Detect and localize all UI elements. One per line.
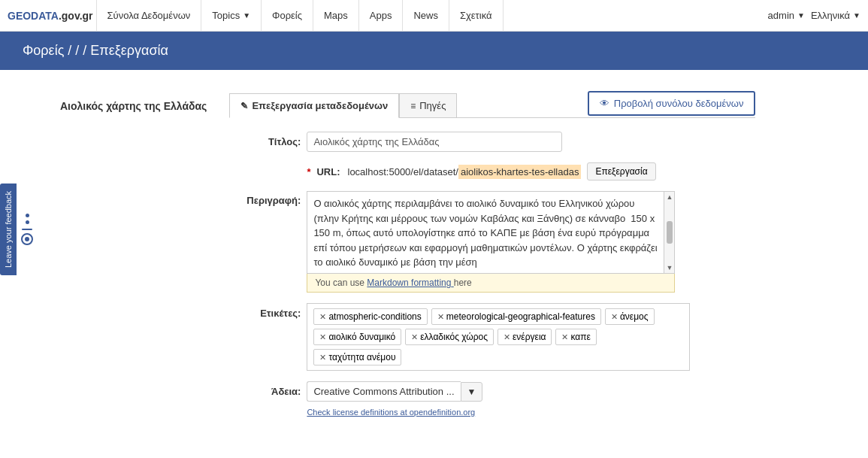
desc-field-group: Περιγραφή: ▲ ▼ You can use M [229,191,755,293]
page-title: Φορείς / / / Επεξεργασία [23,43,168,58]
tags-container: ✕ atmospheric-conditions ✕ meteorologica… [307,303,690,371]
nav-item-topics[interactable]: Topics ▼ [201,0,262,32]
topics-arrow-icon: ▼ [243,11,250,20]
admin-arrow-icon: ▼ [797,11,805,20]
dropdown-arrow-icon: ▼ [467,387,476,397]
edit-icon: ✎ [240,101,248,111]
url-prefix: localhost:5000/el/dataset/aiolikos-khart… [348,166,582,177]
tag-aioliko: ✕ αιολικό δυναμικό [313,329,401,345]
title-input[interactable] [307,132,562,152]
desc-outer: ▲ ▼ You can use Markdown formatting here [307,191,675,293]
license-select-wrap: Creative Commons Attribution ... ▼ [307,381,482,402]
url-slug: aiolikos-khartes-tes-elladas [458,165,582,179]
license-label: Άδεια: [229,386,301,397]
admin-dropdown[interactable]: admin ▼ [768,10,805,21]
nav-item-maps[interactable]: Maps [313,0,359,32]
tag-remove-icon[interactable]: ✕ [611,312,618,322]
tag-remove-icon[interactable]: ✕ [411,332,418,342]
nav-item-foreis[interactable]: Φορείς [262,0,313,32]
lang-dropdown[interactable]: Ελληνικά ▼ [811,10,860,21]
nav-item-apps[interactable]: Apps [359,0,404,32]
sidebar-title: Αιολικός χάρτης της Ελλάδας [60,91,207,446]
nav-right: admin ▼ Ελληνικά ▼ [768,10,860,21]
title-label: Τίτλος: [229,136,301,147]
textarea-scrollbar[interactable]: ▲ ▼ [664,192,674,273]
edit-slug-button[interactable]: Επεξεργασία [587,162,655,180]
tag-atmospheric: ✕ atmospheric-conditions [313,308,427,325]
tag-remove-icon[interactable]: ✕ [319,353,326,362]
tag-remove-icon[interactable]: ✕ [504,332,510,342]
license-dropdown-button[interactable]: ▼ [461,382,483,402]
tag-remove-icon[interactable]: ✕ [437,312,444,322]
tag-elladikos: ✕ ελλαδικός χώρος [405,329,494,345]
scroll-up-icon[interactable]: ▲ [666,193,673,201]
nav-item-news[interactable]: News [403,0,449,32]
page-header: Φορείς / / / Επεξεργασία [0,32,868,70]
tag-remove-icon[interactable]: ✕ [561,332,568,342]
tag-meteorological: ✕ meteorological-geographical-features [431,308,601,325]
license-field-group: Άδεια: Creative Commons Attribution ... … [229,381,755,402]
preview-dataset-button[interactable]: 👁 Προβολή συνόλου δεδομένων [588,91,756,116]
license-value: Creative Commons Attribution ... [307,381,460,402]
list-icon: ≡ [410,101,416,111]
desc-label: Περιγραφή: [229,191,301,206]
title-field-group: Τίτλος: [229,132,755,152]
tab-edit-metadata[interactable]: ✎ Επεξεργασία μεταδεδομένων [229,93,399,118]
markdown-hint: You can use Markdown formatting here [307,274,675,293]
main-form: ✎ Επεξεργασία μεταδεδομένων ≡ Πηγές 👁 Πρ… [229,91,755,446]
tags-row: ✕ atmospheric-conditions ✕ meteorologica… [313,308,683,365]
tags-field-group: Ετικέτες: ✕ atmospheric-conditions ✕ met… [229,303,755,371]
scroll-down-icon[interactable]: ▼ [666,264,673,271]
tags-label: Ετικέτες: [229,303,301,319]
nav-item-sxetika[interactable]: Σχετικά [449,0,504,32]
top-nav: GEODATA .gov.gr Σύνολα Δεδομένων Topics … [0,0,868,32]
url-label: URL: [316,166,340,177]
url-field-group: * URL: localhost:5000/el/dataset/aioliko… [229,162,755,180]
tab-sources[interactable]: ≡ Πηγές [399,93,457,117]
content-area: Αιολικός χάρτης της Ελλάδας ✎ Επεξεργασί… [0,70,868,458]
tabs-row: ✎ Επεξεργασία μεταδεδομένων ≡ Πηγές 👁 Πρ… [229,91,755,118]
url-asterisk: * [307,166,310,177]
tag-kape: ✕ καπε [555,329,596,345]
brand-logo[interactable]: GEODATA .gov.gr [8,10,93,22]
license-hint-link[interactable]: Check license definitions at opendefinit… [307,408,475,417]
license-hint-row: Check license definitions at opendefinit… [229,406,755,417]
tag-energia: ✕ ενέργεια [498,329,552,345]
side-decoration [21,214,33,245]
tag-remove-icon[interactable]: ✕ [319,312,326,322]
nav-item-datasets[interactable]: Σύνολα Δεδομένων [96,0,202,32]
tag-taxytita: ✕ ταχύτητα ανέμου [313,349,401,365]
tag-anemos: ✕ άνεμος [605,308,655,325]
lang-arrow-icon: ▼ [853,11,860,20]
desc-textarea[interactable] [307,192,664,271]
eye-icon: 👁 [600,98,609,109]
tag-remove-icon[interactable]: ✕ [319,332,326,342]
markdown-link[interactable]: Markdown formatting [367,278,453,288]
feedback-tab[interactable]: Leave your feedback [0,183,17,274]
nav-items: Σύνολα Δεδομένων Topics ▼ Φορείς Maps Ap… [96,0,768,32]
